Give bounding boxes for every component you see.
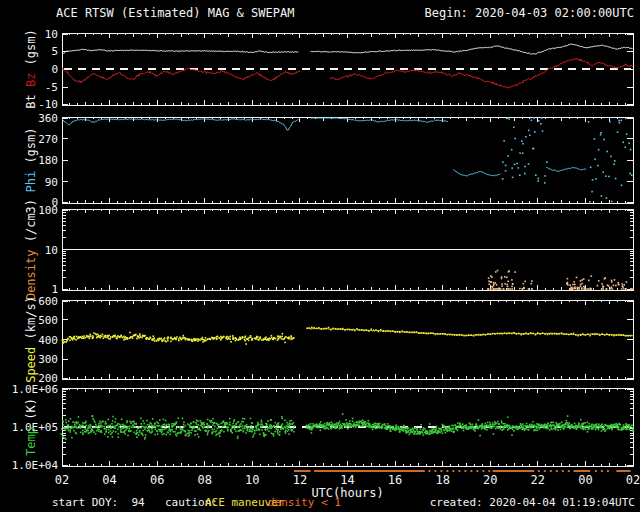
data-point [90, 425, 92, 427]
data-point [64, 341, 66, 343]
data-point [456, 334, 458, 336]
data-point [285, 425, 287, 427]
data-point [534, 426, 536, 428]
data-point [265, 434, 267, 436]
data-point [149, 427, 151, 429]
data-point [453, 428, 455, 430]
data-point [233, 419, 235, 421]
ace-rtsw-plot: 1050-5-10Bt Bz (gsm)360270180900Phi (gsm… [0, 0, 640, 512]
data-point [474, 430, 476, 432]
data-point [185, 338, 187, 340]
data-point [532, 333, 534, 335]
data-point [140, 418, 142, 420]
data-point [409, 432, 411, 434]
data-point [74, 422, 76, 424]
data-point [551, 428, 553, 430]
data-point [275, 338, 277, 340]
data-point [178, 432, 180, 434]
data-point [105, 429, 107, 431]
x-tick-label: 12 [293, 473, 307, 487]
data-point [354, 330, 356, 332]
data-point [512, 283, 514, 285]
data-point [92, 337, 94, 339]
data-point [604, 428, 606, 430]
data-point [235, 338, 237, 340]
data-point [537, 423, 539, 425]
data-point [605, 430, 607, 432]
panel-phi-ytick-label: 270 [38, 133, 58, 146]
data-point [600, 134, 602, 136]
data-point [142, 420, 144, 422]
data-point [169, 434, 171, 436]
data-point [89, 338, 91, 340]
data-point [522, 423, 524, 425]
data-point [368, 330, 370, 332]
data-point [492, 333, 494, 335]
data-point [563, 427, 565, 429]
data-point [408, 430, 410, 432]
data-point [89, 432, 91, 434]
data-point [625, 335, 627, 337]
data-point [110, 336, 112, 338]
data-point [65, 429, 67, 431]
data-point [145, 437, 147, 439]
data-point [485, 334, 487, 336]
data-point [603, 288, 605, 290]
data-point [108, 429, 110, 431]
data-point [133, 427, 135, 429]
data-point [257, 424, 259, 426]
data-point [487, 422, 489, 424]
data-point [503, 140, 505, 142]
data-point [496, 423, 498, 425]
data-point [502, 423, 504, 425]
data-point [424, 428, 426, 430]
data-point [572, 426, 574, 428]
data-point [523, 333, 525, 335]
panel-mag-ytick-label: -10 [38, 98, 58, 111]
data-point [195, 430, 197, 432]
data-point [529, 424, 531, 426]
data-point [86, 425, 88, 427]
data-point [441, 430, 443, 432]
data-point [581, 288, 583, 290]
data-point [318, 427, 320, 429]
data-point [118, 437, 120, 439]
data-point [537, 332, 539, 334]
data-point [122, 427, 124, 429]
data-point [353, 422, 355, 424]
data-point [82, 336, 84, 338]
data-point [177, 433, 179, 435]
data-point [261, 421, 263, 423]
data-point [496, 284, 498, 286]
data-point [155, 426, 157, 428]
data-point [228, 426, 230, 428]
data-point [617, 424, 619, 426]
data-point [247, 428, 249, 430]
data-point [140, 423, 142, 425]
data-point [212, 424, 214, 426]
data-point [479, 435, 481, 437]
data-point [118, 433, 120, 435]
data-point [129, 332, 131, 334]
data-point [519, 174, 521, 176]
data-point [601, 427, 603, 429]
data-point [205, 430, 207, 432]
data-point [458, 426, 460, 428]
data-point [190, 432, 192, 434]
data-point [277, 431, 279, 433]
data-point [382, 330, 384, 332]
data-point [114, 427, 116, 429]
data-point [537, 430, 539, 432]
data-point [124, 430, 126, 432]
data-point [632, 427, 634, 429]
data-point [134, 423, 136, 425]
data-point [196, 424, 198, 426]
data-point [482, 425, 484, 427]
data-point [217, 336, 219, 338]
data-point [259, 433, 261, 435]
data-point [311, 327, 313, 329]
data-point [90, 431, 92, 433]
data-point [278, 338, 280, 340]
data-point [415, 427, 417, 429]
data-point [587, 431, 589, 433]
